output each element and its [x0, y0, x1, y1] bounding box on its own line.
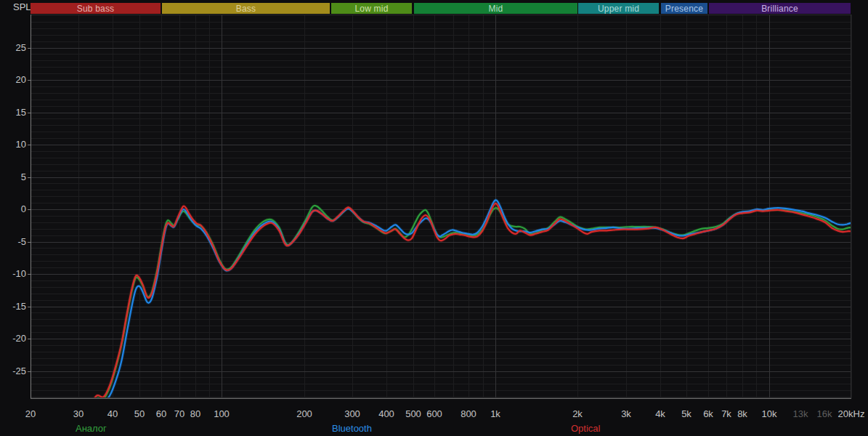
x-tick-label-30: 30 [73, 408, 84, 420]
x-tick-label-300: 300 [344, 408, 360, 420]
x-tick-label-50: 50 [134, 408, 145, 420]
y-tick-label--20: -20 [0, 333, 26, 344]
y-tick-label--15: -15 [0, 301, 26, 312]
plot-area[interactable] [0, 0, 868, 436]
x-tick-label-6k: 6k [703, 408, 713, 420]
x-tick-label-200: 200 [296, 408, 312, 420]
x-tick-label-3k: 3k [621, 408, 631, 420]
y-tick-label-0: 0 [0, 203, 26, 215]
legend-item-optical[interactable]: Optical [571, 423, 600, 434]
x-tick-label-40: 40 [108, 408, 118, 420]
y-tick-label-20: 20 [0, 74, 26, 86]
x-tick-label-7k: 7k [721, 408, 731, 420]
x-tick-label-60: 60 [156, 408, 166, 420]
x-tick-label-20kHz: 20kHz [838, 408, 865, 420]
x-tick-label-1k: 1k [490, 408, 500, 420]
legend-item-analog[interactable]: Аналог [76, 423, 107, 434]
x-tick-label-8k: 8k [737, 408, 747, 420]
frequency-response-chart: SPL Sub bassBassLow midMidUpper midPrese… [0, 0, 868, 436]
x-tick-label-4k: 4k [655, 408, 665, 420]
x-tick-label-20: 20 [25, 408, 36, 420]
y-tick-marks [28, 49, 31, 372]
x-tick-label-13k: 13k [793, 408, 808, 420]
x-tick-label-70: 70 [174, 408, 184, 420]
x-tick-label-16k: 16k [817, 408, 832, 420]
x-tick-label-10k: 10k [762, 408, 777, 420]
x-tick-label-100: 100 [214, 408, 230, 420]
x-tick-label-5k: 5k [681, 408, 691, 420]
x-tick-label-2k: 2k [572, 408, 583, 420]
y-tick-label--10: -10 [0, 268, 26, 280]
y-tick-label--25: -25 [0, 366, 26, 377]
x-tick-label-400: 400 [378, 408, 394, 420]
legend-item-bluetooth[interactable]: Bluetooth [332, 423, 372, 434]
x-tick-label-80: 80 [190, 408, 200, 420]
x-tick-label-800: 800 [461, 408, 476, 420]
y-tick-label-15: 15 [0, 107, 26, 118]
plot-background [31, 15, 851, 398]
y-tick-label-25: 25 [0, 42, 26, 54]
y-tick-label--5: -5 [0, 236, 26, 248]
y-tick-label-10: 10 [0, 139, 26, 150]
x-tick-label-500: 500 [405, 408, 421, 420]
y-tick-label-5: 5 [0, 171, 26, 183]
x-tick-label-600: 600 [426, 408, 442, 420]
